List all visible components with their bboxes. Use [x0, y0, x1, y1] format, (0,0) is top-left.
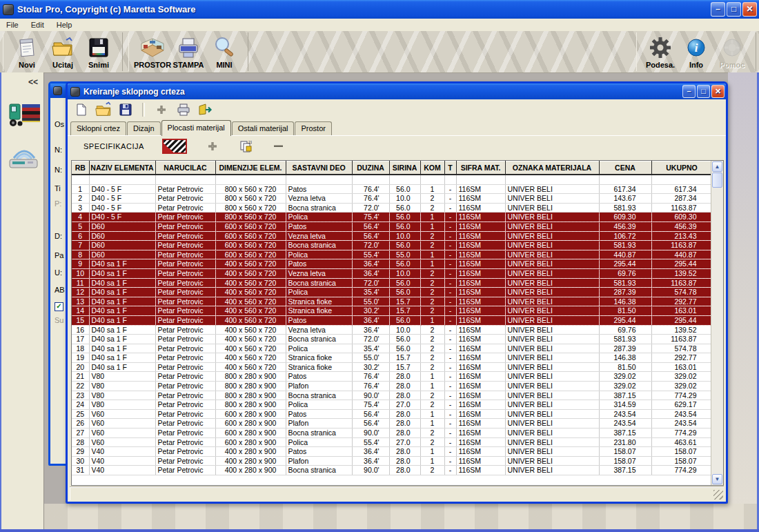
maximize-button[interactable]: □ [727, 2, 741, 17]
toolbar-button-mini[interactable]: MINI [206, 32, 242, 70]
exit-icon[interactable] [197, 102, 214, 117]
resize-grip[interactable] [713, 490, 723, 500]
table-row[interactable]: 1D40 - 5 FPetar Petrovic800 x 560 x 720P… [72, 184, 712, 194]
cell: 574.78 [651, 344, 712, 353]
add-icon[interactable] [153, 102, 170, 117]
column-header[interactable]: DIMENZIJE ELEM. [215, 161, 286, 175]
table-row[interactable]: 20D40 sa 1 FPetar Petrovic400 x 560 x 72… [72, 362, 712, 372]
toolbar-button-prostor[interactable]: PROSTOR [135, 32, 170, 70]
column-header[interactable]: T [444, 161, 456, 175]
table-row[interactable]: 24V80Petar Petrovic800 x 280 x 900Polica… [72, 400, 712, 410]
table-row[interactable]: 22V80Petar Petrovic800 x 280 x 900Plafon… [72, 382, 712, 391]
column-header[interactable]: NARUCILAC [155, 161, 215, 175]
table-row[interactable]: 10D40 sa 1 FPetar Petrovic400 x 560 x 72… [72, 268, 712, 278]
table-row[interactable]: 17D40 sa 1 FPetar Petrovic400 x 560 x 72… [72, 335, 712, 344]
table-row[interactable]: 16D40 sa 1 FPetar Petrovic400 x 560 x 72… [72, 325, 712, 335]
checkbox[interactable]: ✓ [55, 302, 63, 311]
table-row[interactable]: 6D60Petar Petrovic600 x 560 x 720Vezna l… [72, 231, 712, 241]
toolbar-button-novi[interactable]: Novi [9, 32, 45, 70]
cell: 116SM [456, 241, 505, 250]
table-row[interactable]: 3D40 - 5 FPetar Petrovic800 x 560 x 720B… [72, 203, 712, 213]
scroll-down-icon[interactable]: ▼ [712, 474, 722, 484]
column-header[interactable]: RB [72, 161, 89, 175]
table-row[interactable]: 12D40 sa 1 FPetar Petrovic400 x 560 x 72… [72, 288, 712, 297]
scrollbar-thumb[interactable] [712, 173, 722, 188]
open-folder-icon[interactable] [95, 102, 112, 117]
toolbar-button-info[interactable]: iInfo [678, 32, 714, 70]
scroll-up-icon[interactable]: ▲ [712, 161, 722, 172]
column-header[interactable]: SASTAVNI DEO [286, 161, 352, 175]
room-icon [138, 35, 167, 60]
table-row[interactable]: 26V60Petar Petrovic600 x 280 x 900Plafon… [72, 419, 712, 428]
tab-ostali-materijal[interactable]: Ostali materijal [232, 121, 295, 135]
add-icon[interactable] [205, 139, 220, 153]
dialog-titlebar[interactable]: Kreiranje sklopnog crteza – □ ✕ [68, 83, 726, 99]
table-row[interactable]: 25V60Petar Petrovic600 x 280 x 900Patos5… [72, 409, 712, 419]
menu-item-help[interactable]: Help [50, 21, 79, 29]
column-header[interactable]: CENA [599, 161, 651, 175]
cell: 1 [420, 382, 444, 391]
minimize-button[interactable]: – [711, 2, 725, 17]
cell: 116SM [456, 437, 505, 447]
cell: Petar Petrovic [155, 466, 215, 475]
toolbar-button-stampa[interactable]: STAMPA [170, 32, 206, 70]
dialog-maximize-button[interactable]: □ [697, 85, 710, 98]
cell [89, 175, 155, 184]
copy-rows-icon[interactable]: 21 [238, 139, 253, 153]
table-row[interactable]: 31V40Petar Petrovic400 x 280 x 900Bocna … [72, 466, 712, 475]
cell: UNIVER BELI [505, 250, 599, 259]
table-row[interactable]: 30V40Petar Petrovic400 x 280 x 900Plafon… [72, 456, 712, 466]
toolbar-button-ucitaj[interactable]: Ucitaj [45, 32, 81, 70]
scanner-icon[interactable] [7, 143, 41, 176]
remove-icon[interactable] [271, 139, 286, 153]
column-header[interactable]: KOM [420, 161, 444, 175]
menu-item-edit[interactable]: Edit [25, 21, 50, 29]
column-header[interactable]: SIFRA MAT. [456, 161, 505, 175]
cell: 2 [420, 288, 444, 297]
table-row[interactable]: 13D40 sa 1 FPetar Petrovic400 x 560 x 72… [72, 297, 712, 306]
column-header[interactable]: NAZIV ELEMENTA [89, 161, 155, 175]
table-row[interactable]: 15D40 sa 1 FPetar Petrovic400 x 560 x 72… [72, 315, 712, 325]
table-row[interactable]: 14D40 sa 1 FPetar Petrovic400 x 560 x 72… [72, 306, 712, 316]
tab-sklopni-crtez[interactable]: Sklopni crtez [70, 121, 126, 135]
dialog-close-button[interactable]: ✕ [711, 85, 724, 98]
sidebar-collapse-button[interactable]: << [26, 77, 41, 88]
tab-dizajn[interactable]: Dizajn [127, 121, 161, 135]
table-row[interactable]: 19D40 sa 1 FPetar Petrovic400 x 560 x 72… [72, 353, 712, 363]
table-row[interactable]: 9D40 sa 1 FPetar Petrovic400 x 560 x 720… [72, 259, 712, 269]
table-row[interactable]: 7D60Petar Petrovic600 x 560 x 720Bocna s… [72, 241, 712, 250]
table-row[interactable]: 5D60Petar Petrovic600 x 560 x 720Patos56… [72, 221, 712, 231]
toolbar-button-snimi[interactable]: Snimi [81, 32, 117, 70]
table-row[interactable]: 2D40 - 5 FPetar Petrovic800 x 560 x 720V… [72, 194, 712, 204]
column-header[interactable]: DUZINA [352, 161, 389, 175]
column-header[interactable]: SIRINA [389, 161, 420, 175]
table-row[interactable]: 18D40 sa 1 FPetar Petrovic400 x 560 x 72… [72, 344, 712, 353]
table-row[interactable]: 28V60Petar Petrovic600 x 280 x 900Polica… [72, 437, 712, 447]
print-icon[interactable] [175, 102, 192, 117]
table-row[interactable]: 11D40 sa 1 FPetar Petrovic400 x 560 x 72… [72, 278, 712, 288]
table-row[interactable]: 23V80Petar Petrovic800 x 280 x 900Bocna … [72, 391, 712, 400]
toolbar-button-label: MINI [216, 60, 232, 70]
table-row[interactable]: 29V40Petar Petrovic400 x 280 x 900Patos3… [72, 447, 712, 457]
material-hatch-icon[interactable] [162, 139, 187, 154]
table-row[interactable]: 21V80Petar Petrovic800 x 280 x 900Patos7… [72, 372, 712, 382]
forklift-icon[interactable] [7, 99, 41, 135]
table-row[interactable]: 27V60Petar Petrovic600 x 280 x 900Bocna … [72, 428, 712, 438]
toolbar-button-podesa[interactable]: Podesa. [642, 32, 678, 70]
cell: Polica [286, 213, 352, 222]
tab-prostor[interactable]: Prostor [295, 121, 331, 135]
vertical-scrollbar[interactable]: ▲ ▼ [711, 161, 723, 485]
close-button[interactable]: ✕ [742, 2, 757, 17]
new-document-icon[interactable] [73, 102, 90, 117]
column-header[interactable]: UKUPNO [651, 161, 712, 175]
cell: 295.44 [651, 315, 712, 325]
dialog-minimize-button[interactable]: – [682, 85, 696, 98]
save-icon[interactable] [117, 102, 134, 117]
cell: Bocna stranica [286, 203, 352, 213]
table-row[interactable]: 4D40 - 5 FPetar Petrovic800 x 560 x 720P… [72, 213, 712, 222]
tab-plocasti-materijal[interactable]: Plocasti materijal [161, 120, 231, 136]
menu-item-file[interactable]: File [0, 21, 25, 29]
column-header[interactable]: OZNAKA MATERIJALA [505, 161, 599, 175]
cell: 28.0 [389, 419, 420, 428]
table-row[interactable]: 8D60Petar Petrovic600 x 560 x 720Polica5… [72, 250, 712, 259]
